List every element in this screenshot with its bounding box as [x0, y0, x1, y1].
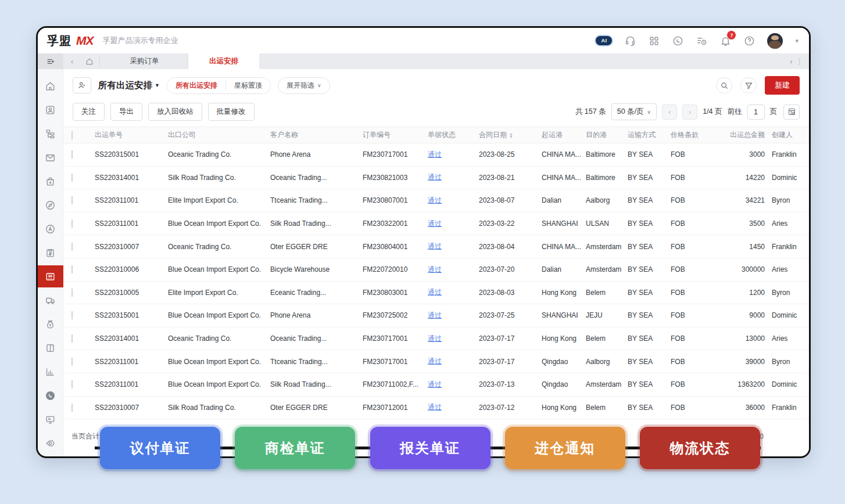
sidebar-item-shipping-docs[interactable] — [38, 265, 63, 287]
row-checkbox[interactable] — [71, 404, 73, 412]
ai-assistant-icon[interactable]: AI — [596, 36, 612, 45]
back-arrow-icon[interactable]: ‹ — [63, 53, 81, 69]
column-header[interactable]: 运输方式 — [628, 130, 671, 140]
status-link[interactable]: 通过 — [428, 402, 479, 412]
column-header[interactable]: 出运总金额 — [716, 130, 772, 140]
funnel-filter-icon[interactable] — [740, 77, 757, 93]
row-checkbox[interactable] — [71, 380, 73, 388]
workflow-button[interactable]: 商检单证 — [235, 427, 355, 469]
table-row[interactable]: SS220311001Blue Ocean Import Export Co.T… — [63, 350, 809, 373]
sidebar-item-home[interactable] — [38, 75, 63, 97]
sidebar-item-settings[interactable] — [38, 432, 63, 454]
search-icon[interactable] — [716, 77, 732, 93]
page-size-select[interactable]: 50 条/页 ∨ — [611, 103, 657, 120]
row-checkbox[interactable] — [71, 289, 73, 297]
chevron-down-icon[interactable]: ▾ — [795, 37, 799, 45]
task-history-icon[interactable] — [696, 35, 707, 46]
workflow-button[interactable]: 报关单证 — [370, 427, 490, 469]
row-checkbox[interactable] — [71, 265, 73, 273]
sidebar-item-orders[interactable] — [38, 170, 63, 192]
whatsapp-icon[interactable] — [672, 35, 683, 46]
status-link[interactable]: 通过 — [428, 287, 479, 297]
sidebar-item-money-bag[interactable] — [38, 313, 63, 335]
sidebar-item-whatsapp[interactable] — [38, 384, 63, 406]
column-header[interactable]: 价格条款 — [671, 130, 716, 140]
select-all-checkbox[interactable] — [71, 131, 73, 139]
row-checkbox[interactable] — [71, 243, 73, 251]
status-link[interactable]: 通过 — [428, 196, 479, 206]
sidebar-item-reports-chart[interactable] — [38, 361, 63, 383]
column-header[interactable]: 起运港 — [542, 130, 586, 140]
table-row[interactable]: SS220311001Elite Import Export Co.Ttcean… — [63, 189, 809, 213]
more-options-icon[interactable]: ⋮ — [796, 57, 804, 66]
table-row[interactable]: SS220310007Oceanic Trading Co.Oter EGGER… — [63, 235, 809, 258]
follow-button[interactable]: 关注 — [73, 103, 105, 121]
status-link[interactable]: 通过 — [428, 334, 479, 344]
row-checkbox[interactable] — [71, 219, 73, 228]
export-button[interactable]: 导出 — [110, 103, 142, 121]
sidebar-toggle-icon[interactable] — [38, 53, 63, 69]
column-header[interactable]: 订单编号 — [363, 130, 428, 140]
sidebar-item-mail[interactable] — [38, 146, 63, 168]
row-checkbox[interactable] — [71, 334, 73, 343]
status-link[interactable]: 通过 — [428, 357, 479, 366]
create-new-button[interactable]: 新建 — [765, 76, 800, 95]
notification-bell-icon[interactable]: 7 — [719, 35, 731, 46]
view-selector[interactable]: 所有出运安排 ▼ — [98, 80, 160, 92]
column-header[interactable]: 单据状态 — [428, 130, 479, 140]
table-row[interactable]: SS220314001Silk Road Trading Co.Oceanic … — [63, 167, 809, 190]
status-link[interactable]: 通过 — [428, 265, 479, 275]
apps-grid-icon[interactable] — [648, 35, 660, 46]
sidebar-item-org-chart[interactable] — [38, 123, 63, 145]
column-header[interactable]: 目的港 — [586, 130, 628, 140]
table-row[interactable]: SS220314001Oceanic Trading Co.Oceanic Tr… — [63, 327, 809, 351]
tab-shipping-arrangement[interactable]: 出运安排 — [188, 53, 259, 69]
sidebar-item-compass[interactable] — [38, 194, 63, 216]
status-link[interactable]: 通过 — [428, 311, 479, 321]
sidebar-item-contacts[interactable] — [38, 99, 63, 121]
column-header[interactable]: 出口公司 — [168, 130, 270, 140]
column-header[interactable]: 合同日期▲▼ — [479, 130, 542, 140]
row-checkbox[interactable] — [71, 358, 73, 366]
next-page-button[interactable]: › — [682, 105, 697, 120]
owner-filter-icon[interactable] — [73, 77, 91, 93]
user-avatar[interactable] — [767, 33, 783, 49]
workflow-button[interactable]: 进仓通知 — [505, 427, 625, 469]
table-row[interactable]: SS220315001Blue Ocean Import Export Co.P… — [63, 304, 809, 327]
row-checkbox[interactable] — [71, 311, 73, 319]
batch-edit-button[interactable]: 批量修改 — [208, 103, 255, 121]
status-link[interactable]: 通过 — [428, 380, 479, 390]
table-row[interactable]: SS220311001Blue Ocean Import Export Co.S… — [63, 373, 809, 397]
table-row[interactable]: SS220311001Blue Ocean Import Export Co.S… — [63, 213, 809, 236]
forward-arrow-icon[interactable]: › — [790, 57, 792, 66]
table-row[interactable]: SS220315001Oceanic Trading Co.Phone Aren… — [63, 143, 809, 167]
sort-icon[interactable]: ▲▼ — [509, 132, 513, 138]
workflow-button[interactable]: 议付单证 — [100, 427, 220, 469]
status-link[interactable]: 通过 — [428, 219, 479, 229]
table-settings-icon[interactable] — [783, 105, 800, 120]
help-icon[interactable] — [743, 35, 755, 46]
segment-all-shipping[interactable]: 所有出运安排 — [167, 78, 225, 93]
row-checkbox[interactable] — [71, 196, 73, 204]
tab-purchase-orders[interactable]: 采购订单 — [101, 53, 188, 69]
headset-support-icon[interactable] — [624, 35, 636, 46]
table-row[interactable]: SS220310007Silk Road Trading Co.Oter EGG… — [63, 397, 809, 420]
sidebar-item-notebook[interactable] — [38, 337, 63, 359]
home-tab-icon[interactable] — [81, 53, 98, 69]
prev-page-button[interactable]: ‹ — [662, 105, 677, 120]
sidebar-item-logistics-truck[interactable] — [38, 289, 63, 311]
status-link[interactable]: 通过 — [428, 172, 479, 182]
sidebar-item-finance-clipboard[interactable] — [38, 242, 63, 264]
column-header[interactable]: 出运单号 — [95, 130, 168, 140]
sidebar-item-monitor[interactable] — [38, 408, 63, 430]
sidebar-item-automation[interactable] — [38, 218, 63, 240]
status-link[interactable]: 通过 — [428, 150, 479, 160]
workflow-button[interactable]: 物流状态 — [640, 427, 760, 469]
segment-starred[interactable]: 星标置顶 — [226, 78, 270, 93]
column-header[interactable]: 创建人 — [772, 130, 809, 140]
table-row[interactable]: SS220310006Blue Ocean Import Export Co.B… — [63, 258, 809, 282]
table-row[interactable]: SS220310005Elite Import Export Co.Eceani… — [63, 282, 809, 305]
recycle-bin-button[interactable]: 放入回收站 — [148, 103, 202, 121]
row-checkbox[interactable] — [71, 150, 73, 159]
goto-page-input[interactable] — [747, 105, 765, 120]
